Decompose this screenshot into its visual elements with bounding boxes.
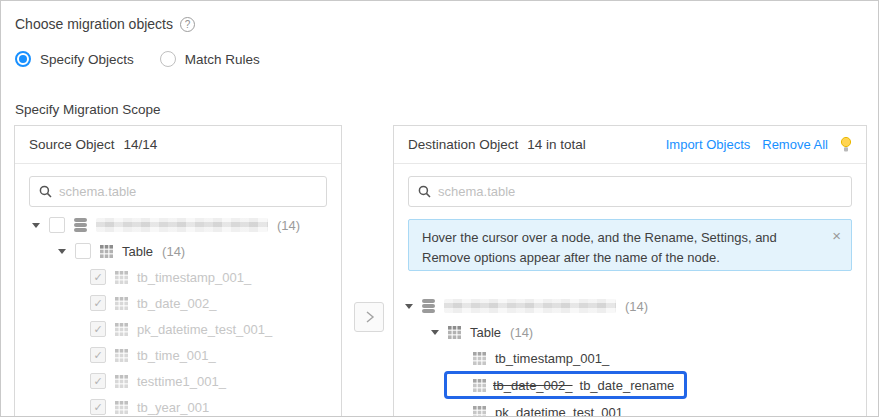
source-table-row[interactable]: ✓ tb_time_001_ [15, 342, 341, 368]
source-table-row[interactable]: ✓ tb_date_002_ [15, 290, 341, 316]
radio-option-match-rules[interactable]: Match Rules [160, 51, 260, 67]
checked-checkbox[interactable]: ✓ [90, 347, 106, 363]
rename-highlight-box: tb_date_002_ tb_date_rename [444, 371, 687, 399]
source-table-row[interactable]: ✓ pk_datetime_test_001_ [15, 316, 341, 342]
help-icon[interactable]: ? [180, 17, 195, 32]
import-objects-link[interactable]: Import Objects [666, 137, 751, 152]
source-table-row[interactable]: ✓ tb_timestamp_001_ [15, 264, 341, 290]
table-icon [115, 349, 128, 362]
table-group-label: Table [122, 244, 153, 259]
table-icon [115, 323, 128, 336]
caret-down-icon[interactable] [431, 330, 439, 335]
page-title-row: Choose migration objects ? [15, 16, 195, 32]
table-name: tb_date_002_ [137, 296, 217, 311]
object-mode-radio-group: Specify Objects Match Rules [15, 51, 260, 67]
chevron-right-icon [362, 310, 376, 324]
table-icon [473, 379, 486, 392]
source-object-panel: Source Object 14/14 (14) [14, 125, 342, 417]
destination-search-input[interactable] [438, 184, 842, 199]
checked-checkbox[interactable]: ✓ [90, 269, 106, 285]
source-table-group-node[interactable]: Table (14) [15, 238, 341, 264]
table-icon [473, 406, 486, 417]
radio-unselected-icon[interactable] [160, 51, 176, 67]
page-title: Choose migration objects [15, 16, 173, 32]
database-icon [74, 218, 87, 233]
source-panel-header: Source Object 14/14 [15, 126, 341, 164]
table-icon [100, 245, 113, 258]
table-icon [473, 352, 486, 365]
table-name: pk_datetime_test_001_ [137, 322, 272, 337]
destination-table-group-node[interactable]: Table (14) [394, 319, 866, 345]
radio-label: Match Rules [185, 52, 260, 67]
search-icon [418, 185, 431, 198]
remove-all-link[interactable]: Remove All [762, 137, 828, 152]
caret-down-icon[interactable] [405, 304, 413, 309]
close-icon[interactable]: × [832, 228, 841, 243]
checked-checkbox[interactable]: ✓ [90, 295, 106, 311]
table-name: tb_year_001 [137, 400, 209, 415]
destination-tree: (14) Table (14) tb_timestamp_001_ [394, 293, 866, 417]
search-icon [39, 185, 52, 198]
table-name: tb_time_001_ [137, 348, 216, 363]
database-checkbox[interactable] [49, 217, 65, 233]
source-search-input[interactable] [59, 184, 317, 199]
radio-label: Specify Objects [40, 52, 134, 67]
source-table-row[interactable]: ✓ testtime1_001_ [15, 368, 341, 394]
destination-header-actions: Import Objects Remove All [666, 136, 852, 153]
renamed-table-name: tb_date_rename [580, 378, 675, 393]
radio-selected-icon[interactable] [15, 51, 31, 67]
table-icon [448, 326, 461, 339]
source-panel-title: Source Object [29, 137, 115, 152]
old-table-name: tb_date_002_ [493, 378, 573, 393]
destination-table-row[interactable]: tb_timestamp_001_ [394, 345, 866, 371]
redacted-database-name [96, 218, 268, 232]
checked-checkbox[interactable]: ✓ [90, 321, 106, 337]
table-icon [115, 401, 128, 414]
table-group-label: Table [470, 325, 501, 340]
checked-checkbox[interactable]: ✓ [90, 399, 106, 415]
lightbulb-icon[interactable] [840, 136, 852, 153]
hover-tip-banner: Hover the cursor over a node, and the Re… [408, 219, 852, 271]
destination-panel-title: Destination Object [408, 137, 518, 152]
source-tree: (14) Table (14) ✓ tb_timestamp_001_ ✓ [15, 212, 341, 417]
move-right-button[interactable] [354, 302, 384, 332]
source-database-node[interactable]: (14) [15, 212, 341, 238]
hover-tip-text: Hover the cursor over a node, and the Re… [422, 230, 777, 265]
scope-section-label: Specify Migration Scope [15, 102, 161, 117]
caret-down-icon[interactable] [58, 249, 66, 254]
destination-panel-header: Destination Object 14 in total Import Ob… [394, 126, 866, 164]
table-name: tb_timestamp_001_ [137, 270, 251, 285]
source-count: 14/14 [124, 137, 158, 152]
caret-down-icon[interactable] [32, 223, 40, 228]
table-icon [115, 297, 128, 310]
table-name: testtime1_001_ [137, 374, 226, 389]
redacted-database-name [444, 299, 616, 313]
source-table-row[interactable]: ✓ tb_year_001 [15, 394, 341, 417]
table-name: tb_timestamp_001_ [495, 351, 609, 366]
migration-objects-screen: Choose migration objects ? Specify Objec… [0, 0, 879, 417]
table-name: pk_datetime_test_001_ [495, 405, 630, 417]
destination-count: 14 in total [527, 137, 586, 152]
table-group-count: (14) [162, 244, 185, 259]
database-count: (14) [625, 299, 648, 314]
destination-search-box[interactable] [408, 176, 852, 207]
database-count: (14) [277, 218, 300, 233]
database-icon [422, 299, 435, 314]
source-search-box[interactable] [29, 176, 327, 207]
radio-option-specify-objects[interactable]: Specify Objects [15, 51, 134, 67]
table-icon [115, 375, 128, 388]
destination-table-row[interactable]: pk_datetime_test_001_ [394, 399, 866, 417]
destination-renamed-table-row[interactable]: tb_date_002_ tb_date_rename [394, 371, 866, 399]
table-icon [115, 271, 128, 284]
table-group-checkbox[interactable] [75, 243, 91, 259]
checked-checkbox[interactable]: ✓ [90, 373, 106, 389]
destination-object-panel: Destination Object 14 in total Import Ob… [393, 125, 867, 417]
destination-database-node[interactable]: (14) [394, 293, 866, 319]
table-group-count: (14) [510, 325, 533, 340]
